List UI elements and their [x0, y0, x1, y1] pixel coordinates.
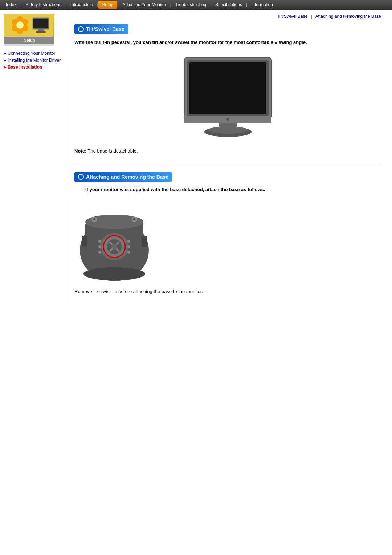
svg-point-17 [226, 118, 229, 121]
circle-icon-2 [78, 174, 84, 180]
flower-image [5, 14, 53, 37]
note-body: The base is detachable. [88, 148, 138, 154]
arrow-icon-base: ▶ [4, 65, 6, 69]
sidebar-item-base[interactable]: ▶ Base Installation [4, 65, 63, 70]
sidebar-label-driver: Installing the Monitor Driver [8, 58, 61, 63]
nav-index[interactable]: Index [2, 1, 20, 9]
svg-rect-29 [142, 236, 147, 247]
breadcrumb-sep: | [311, 14, 312, 19]
section1-note: Note: The base is detachable. [74, 148, 381, 154]
section2-remove-text: Remove the twist-tie before attaching th… [74, 289, 381, 294]
arrow-icon-driver: ▶ [4, 58, 6, 62]
nav-adjusting[interactable]: Adjusting Your Monitor [119, 1, 170, 9]
page-wrapper: Setup ▶ Connecting Your Monitor ▶ Instal… [0, 10, 392, 305]
nav-information[interactable]: Information [248, 1, 277, 9]
svg-point-37 [98, 240, 101, 243]
section2-heading-label: Attaching and Removing the Base [86, 174, 168, 180]
base-image [74, 199, 154, 283]
sidebar-label-base: Base Installation [8, 65, 42, 70]
monitor-image-container [74, 54, 381, 137]
sidebar-setup-label: Setup [4, 37, 54, 44]
svg-point-42 [127, 251, 130, 254]
nav-setup[interactable]: Setup [98, 1, 117, 9]
svg-rect-28 [82, 236, 87, 247]
nav-troubleshooting[interactable]: Troubleshooting [172, 1, 210, 9]
svg-point-40 [127, 240, 130, 243]
section1-heading: Tilt/Swivel Base [74, 24, 128, 34]
svg-point-41 [127, 245, 130, 248]
base-image-container [74, 199, 381, 283]
svg-point-36 [111, 244, 117, 250]
sidebar-item-driver[interactable]: ▶ Installing the Monitor Driver [4, 58, 63, 63]
section2-attach-text: If your monitor was supplied with the ba… [74, 187, 381, 192]
svg-rect-15 [189, 62, 266, 114]
main-content: Tilt/Swivel Base | Attaching and Removin… [67, 10, 392, 305]
section1-intro: With the built-in pedestal, you can tilt… [74, 39, 381, 46]
sidebar-label-connecting: Connecting Your Monitor [8, 51, 55, 56]
svg-rect-11 [38, 29, 44, 31]
note-label: Note: [74, 148, 86, 154]
sidebar-thumbnail: Setup [4, 14, 54, 46]
nav-introduction[interactable]: Introduction [67, 1, 97, 9]
breadcrumb: Tilt/Swivel Base | Attaching and Removin… [74, 14, 381, 22]
monitor-image [173, 54, 282, 137]
nav-specifications[interactable]: Specifications [212, 1, 246, 9]
breadcrumb-attach[interactable]: Attaching and Removing the Base [315, 14, 381, 19]
sidebar-nav: ▶ Connecting Your Monitor ▶ Installing t… [4, 51, 63, 70]
svg-rect-10 [33, 19, 48, 28]
arrow-icon-connecting: ▶ [4, 52, 6, 55]
section2-heading: Attaching and Removing the Base [74, 172, 172, 182]
circle-icon-1 [78, 26, 84, 32]
svg-point-38 [98, 245, 101, 248]
svg-point-39 [98, 251, 101, 254]
svg-point-43 [83, 267, 145, 280]
svg-point-25 [93, 218, 95, 220]
sidebar-item-connecting[interactable]: ▶ Connecting Your Monitor [4, 51, 63, 56]
svg-rect-12 [36, 31, 46, 33]
top-navbar: Index | Safety Instructions | Introducti… [0, 0, 392, 10]
svg-point-27 [133, 218, 135, 220]
section-divider [74, 165, 381, 165]
svg-point-20 [208, 126, 248, 134]
sidebar: Setup ▶ Connecting Your Monitor ▶ Instal… [0, 10, 67, 305]
nav-safety[interactable]: Safety Instructions [22, 1, 65, 9]
svg-point-8 [16, 21, 24, 29]
breadcrumb-tilt[interactable]: Tilt/Swivel Base [277, 14, 307, 19]
section1-heading-label: Tilt/Swivel Base [86, 26, 124, 32]
